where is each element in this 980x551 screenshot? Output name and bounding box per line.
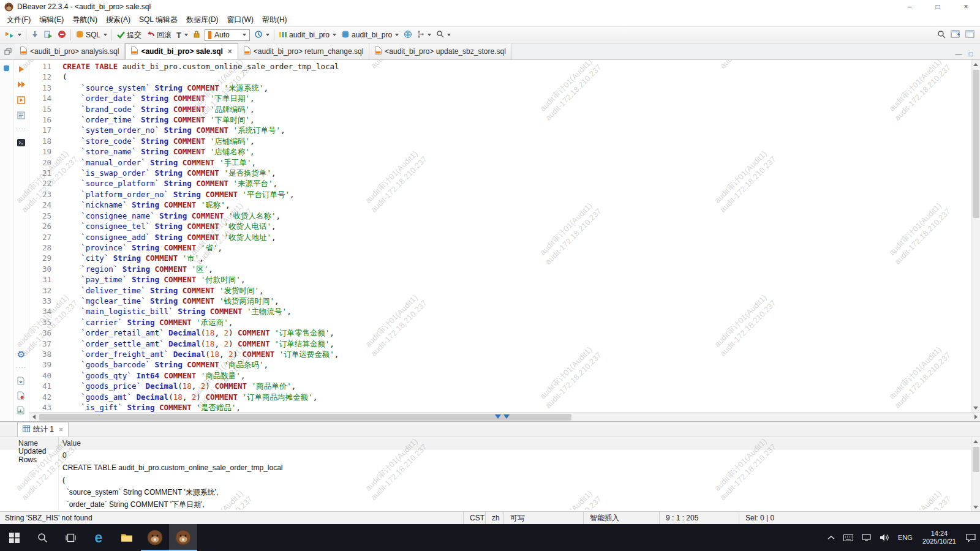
menu-item[interactable]: 数据库(D) [182, 13, 223, 26]
database-navigator-icon[interactable] [2, 63, 12, 73]
table-row[interactable]: Updated Rows0 [0, 449, 971, 462]
statistics-doc-icon[interactable] [16, 405, 26, 415]
settings-gear-icon[interactable]: ⚙ [16, 350, 26, 359]
scroll-left-arrow[interactable] [29, 413, 38, 421]
close-icon[interactable]: × [228, 47, 232, 56]
maximize-button[interactable]: □ [924, 0, 952, 13]
query-history-button[interactable] [252, 28, 272, 42]
scroll-up-arrow[interactable] [971, 437, 980, 446]
statistics-tab[interactable]: 统计 1 × [17, 422, 69, 437]
hidden-icons-chevron[interactable] [823, 524, 839, 551]
network-profile-button[interactable] [401, 28, 415, 42]
scroll-up-arrow[interactable] [971, 60, 980, 69]
editor-tab[interactable]: <audit_bi_pro> update_sbz_store.sql [369, 43, 511, 59]
scrollbar-thumb[interactable] [39, 414, 571, 421]
file-explorer-button[interactable] [113, 524, 141, 551]
menu-item[interactable]: 导航(N) [68, 13, 102, 26]
code-area[interactable]: CREATE TABLE audit_bi_pro.custom_online_… [58, 61, 971, 412]
error-log-icon[interactable] [16, 391, 26, 400]
status-segment[interactable]: 可写 [503, 512, 583, 524]
column-header-value[interactable]: Value [59, 437, 971, 449]
main-region: ···· ⚙ ···· 1112131415161718192021222324… [0, 60, 980, 421]
stop-button[interactable] [55, 28, 69, 42]
editor-tab[interactable]: <audit_bi_pro> sale.sql× [125, 43, 238, 59]
restore-panes-button[interactable] [1, 43, 15, 59]
panel-vertical-scrollbar[interactable] [971, 437, 980, 511]
status-segment[interactable]: Sel: 0 | 0 [739, 512, 790, 524]
taskbar-search-button[interactable] [28, 524, 56, 551]
statusbar: String 'SBZ_HIS' not found CSTzh可写智能插入9 … [0, 511, 980, 524]
touch-keyboard-icon[interactable] [839, 524, 858, 551]
execute-block-icon[interactable] [17, 95, 26, 105]
dbeaver-taskbar-button-2[interactable] [169, 524, 197, 551]
table-row[interactable]: `order_date` String COMMENT '下单日期', [0, 498, 971, 511]
table-row[interactable]: ( [0, 474, 971, 486]
window-controls: – □ × [895, 0, 980, 13]
open-perspective-button[interactable] [948, 28, 963, 42]
status-segment[interactable]: 9 : 1 : 205 [659, 512, 739, 524]
execute-script-rail-icon[interactable] [17, 80, 26, 89]
menu-item[interactable]: 帮助(H) [258, 13, 292, 26]
minimize-view-button[interactable]: — [953, 48, 964, 59]
close-icon[interactable]: × [59, 425, 63, 434]
lock-icon [193, 30, 200, 40]
toolbar-search-button[interactable] [434, 28, 453, 42]
database-selector[interactable]: audit_bi_pro [339, 28, 401, 42]
export-log-icon[interactable] [16, 376, 26, 386]
table-row[interactable]: `source_system` String COMMENT '来源系统', [0, 486, 971, 498]
dbeaver-taskbar-button-1[interactable] [141, 524, 169, 551]
minimize-button[interactable]: – [895, 0, 924, 13]
volume-icon[interactable] [875, 524, 894, 551]
rollback-button[interactable]: 回滚 [144, 28, 174, 42]
edge-browser-button[interactable]: e [85, 524, 113, 551]
execute-query-icon[interactable] [17, 64, 26, 74]
sash-collapse-arrows[interactable] [495, 414, 510, 419]
menu-item[interactable]: 编辑(E) [35, 13, 68, 26]
new-sql-editor-icon [5, 30, 15, 40]
menu-item[interactable]: 文件(F) [2, 13, 35, 26]
task-view-button[interactable] [56, 524, 85, 551]
output-console-icon[interactable] [17, 138, 26, 148]
action-center-button[interactable] [962, 524, 980, 551]
code-line: `store_name` String COMMENT '店铺名称', [62, 146, 971, 157]
scroll-down-arrow[interactable] [971, 403, 980, 412]
code-editor[interactable]: 1112131415161718192021222324252627282930… [29, 60, 971, 412]
quick-search-button[interactable] [935, 28, 948, 42]
maximize-view-button[interactable]: □ [965, 48, 976, 59]
execute-statement-button[interactable] [28, 28, 42, 42]
close-button[interactable]: × [952, 0, 980, 13]
scrollbar-thumb[interactable] [973, 70, 979, 218]
task-switch-button[interactable] [415, 28, 434, 42]
code-line: `brand_code` String COMMENT '品牌编码', [62, 104, 971, 114]
transaction-mode-button[interactable]: T [174, 29, 190, 42]
language-indicator[interactable]: ENG [894, 524, 917, 551]
new-sql-editor-button[interactable] [2, 28, 24, 42]
datasource-selector[interactable]: audit_bi_pro [276, 28, 339, 42]
menu-item[interactable]: SQL 编辑器 [135, 13, 182, 26]
start-button[interactable] [0, 524, 28, 551]
editor-tab[interactable]: <audit_bi_pro> return_change.sql [238, 43, 369, 59]
scroll-down-arrow[interactable] [971, 503, 980, 511]
execute-script-button[interactable] [42, 28, 55, 42]
code-line: `city` String COMMENT '市', [62, 253, 971, 263]
search-icon [937, 30, 946, 40]
scrollbar-thumb[interactable] [973, 447, 979, 472]
scroll-right-arrow[interactable] [971, 413, 980, 421]
menu-item[interactable]: 搜索(A) [102, 13, 135, 26]
status-segment[interactable]: 智能插入 [583, 512, 659, 524]
menu-item[interactable]: 窗口(W) [223, 13, 258, 26]
table-row[interactable]: CREATE TABLE audit_bi_pro.custom_online_… [0, 462, 971, 474]
status-segment[interactable]: CST [463, 512, 485, 524]
editor-vertical-scrollbar[interactable] [971, 60, 980, 412]
editor-tab[interactable]: <audit_bi_pro> analysis.sql [15, 43, 125, 59]
taskbar-clock[interactable]: 14:24 2025/10/21 [917, 524, 962, 551]
editor-horizontal-scrollbar[interactable] [29, 412, 980, 421]
lock-button[interactable] [190, 28, 203, 42]
commit-button[interactable]: 提交 [114, 28, 144, 42]
explain-plan-icon[interactable] [17, 110, 26, 120]
status-segment[interactable]: zh [485, 512, 503, 524]
perspective-button[interactable] [963, 28, 978, 42]
sql-dialect-selector[interactable]: SQL [73, 28, 110, 42]
auto-commit-combo[interactable]: Auto [205, 29, 250, 41]
network-icon[interactable] [858, 524, 875, 551]
